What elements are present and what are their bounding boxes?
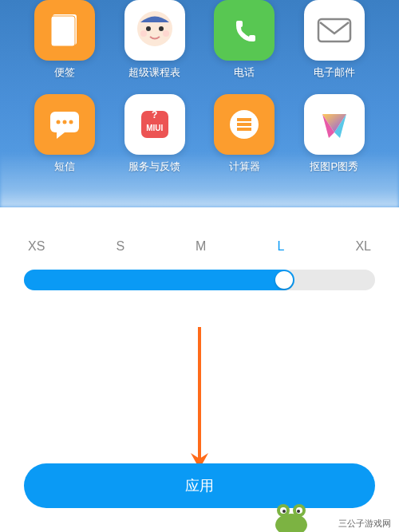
mascot-icon: [271, 501, 311, 532]
watermark: 三公子游戏网: [335, 517, 394, 530]
sms-icon: [34, 94, 95, 155]
size-option-m[interactable]: M: [196, 239, 206, 254]
svg-point-11: [69, 120, 73, 124]
app-label: 便签: [54, 65, 75, 80]
app-notes[interactable]: 便签: [24, 0, 106, 80]
svg-rect-15: [237, 128, 251, 131]
svg-point-6: [163, 30, 169, 37]
app-sms[interactable]: 短信: [24, 94, 106, 174]
apply-button-label: 应用: [185, 476, 214, 495]
app-label: 计算器: [229, 160, 260, 174]
phone-icon: [214, 0, 275, 61]
schedule-icon: [124, 0, 185, 61]
apply-button[interactable]: 应用: [24, 463, 375, 508]
size-option-l[interactable]: L: [277, 239, 284, 254]
svg-point-22: [282, 510, 286, 513]
feedback-icon: MIUI: [124, 94, 185, 155]
svg-rect-14: [237, 118, 251, 121]
app-mail[interactable]: 电子邮件: [294, 0, 376, 80]
app-label: 抠图P图秀: [310, 160, 358, 174]
app-schedule[interactable]: 超级课程表: [114, 0, 196, 80]
app-label: 服务与反馈: [128, 160, 180, 174]
svg-point-3: [146, 26, 151, 31]
mail-icon: [304, 0, 365, 61]
app-label: 短信: [54, 160, 75, 174]
annotation-arrow: [188, 327, 211, 474]
calculator-icon: [214, 94, 275, 155]
home-screen-preview: 便签 超级课程表 电话 电子邮件 短信: [0, 0, 399, 207]
photo-editor-icon: [304, 94, 365, 155]
font-size-panel: XS S M L XL 应用: [0, 207, 399, 532]
app-label: 电子邮件: [314, 65, 355, 80]
app-calculator[interactable]: 计算器: [203, 94, 286, 174]
svg-point-10: [63, 120, 67, 124]
slider-thumb[interactable]: [275, 271, 293, 289]
size-option-xl[interactable]: XL: [355, 239, 371, 254]
svg-rect-7: [318, 19, 350, 41]
slider-fill: [24, 270, 294, 290]
size-option-xs[interactable]: XS: [28, 239, 45, 254]
size-options: XS S M L XL: [24, 239, 375, 254]
app-photo-editor[interactable]: 抠图P图秀: [294, 94, 376, 174]
size-slider[interactable]: [24, 270, 375, 290]
notes-icon: [34, 0, 95, 61]
app-label: 超级课程表: [128, 65, 180, 80]
svg-rect-13: [237, 123, 251, 126]
app-feedback[interactable]: MIUI 服务与反馈: [114, 94, 196, 174]
size-option-s[interactable]: S: [116, 239, 124, 254]
svg-point-17: [275, 514, 307, 532]
svg-point-5: [140, 30, 147, 37]
svg-rect-1: [51, 16, 75, 46]
miui-badge: MIUI: [141, 111, 168, 138]
svg-point-23: [297, 510, 300, 513]
app-phone[interactable]: 电话: [203, 0, 286, 80]
svg-point-9: [57, 120, 61, 124]
svg-point-4: [159, 26, 164, 31]
app-label: 电话: [234, 65, 255, 80]
app-icon-grid: 便签 超级课程表 电话 电子邮件 短信: [0, 0, 399, 190]
